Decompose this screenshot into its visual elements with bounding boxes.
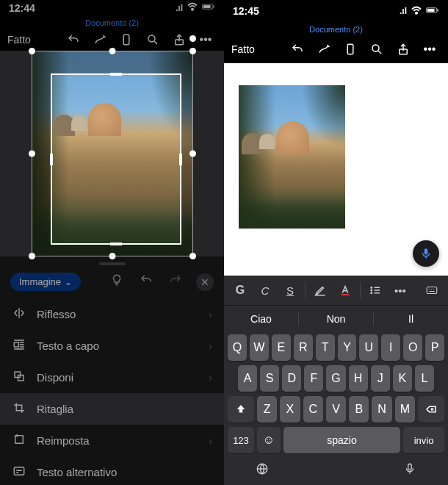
key-x[interactable]: X [280, 396, 300, 423]
doc-title[interactable]: Documento (2) [0, 15, 224, 29]
key-s[interactable]: S [260, 365, 279, 392]
key-n[interactable]: N [372, 396, 391, 423]
share-icon[interactable] [168, 29, 190, 51]
dictation-fab[interactable] [413, 240, 439, 267]
mic-icon[interactable] [403, 462, 416, 479]
globe-icon[interactable] [256, 462, 269, 479]
svg-rect-2 [213, 6, 214, 8]
svg-point-12 [416, 12, 417, 13]
draw-icon[interactable] [313, 38, 335, 60]
suggestion[interactable]: Non [299, 307, 373, 331]
keyboard-toggle-icon[interactable] [420, 279, 444, 301]
key-k[interactable]: K [393, 365, 412, 392]
key-f[interactable]: F [304, 365, 323, 392]
key-p[interactable]: P [425, 334, 444, 361]
mobile-icon[interactable] [115, 29, 137, 51]
svg-rect-11 [14, 467, 24, 475]
wifi-icon [410, 4, 423, 19]
suggestion[interactable]: Ciao [224, 307, 298, 331]
bold-button[interactable]: G [228, 279, 252, 301]
canvas[interactable] [224, 63, 448, 276]
key-g[interactable]: G [326, 365, 345, 392]
key-r[interactable]: R [294, 334, 313, 361]
key-b[interactable]: B [349, 396, 369, 423]
menu-alt-text[interactable]: Testo alternativo [0, 456, 224, 485]
lightbulb-icon[interactable] [108, 273, 126, 290]
key-e[interactable]: E [272, 334, 291, 361]
key-h[interactable]: H [349, 365, 368, 392]
key-j[interactable]: J [371, 365, 390, 392]
key-space[interactable]: spazio [283, 427, 400, 453]
undo-drawer-icon[interactable] [137, 273, 155, 290]
chevron-right-icon: › [209, 340, 212, 352]
svg-rect-14 [437, 9, 438, 11]
svg-rect-4 [123, 35, 129, 45]
done-button[interactable]: Fatto [7, 34, 31, 46]
key-l[interactable]: L [415, 365, 434, 392]
undo-icon[interactable] [286, 38, 308, 60]
key-o[interactable]: O [403, 334, 422, 361]
underline-button[interactable]: S [278, 279, 302, 301]
drawer-grabber[interactable] [99, 262, 126, 265]
key-m[interactable]: M [395, 396, 415, 423]
key-backspace[interactable] [418, 396, 444, 423]
done-button[interactable]: Fatto [231, 43, 255, 55]
italic-button[interactable]: C [253, 279, 277, 301]
close-drawer-icon[interactable]: ✕ [196, 273, 214, 291]
svg-rect-26 [408, 464, 412, 470]
key-y[interactable]: Y [338, 334, 357, 361]
battery-icon [202, 0, 215, 15]
status-bar: 12:44 .ıl [0, 0, 224, 15]
menu-reset[interactable]: Reimposta › [0, 425, 224, 456]
key-v[interactable]: V [326, 396, 346, 423]
suggestion[interactable]: Il [374, 307, 448, 331]
list-icon[interactable] [364, 279, 387, 301]
signal-icon: .ıl [176, 3, 183, 13]
menu-crop[interactable]: Ritaglia [0, 393, 224, 425]
crop-overlay[interactable] [51, 73, 181, 245]
key-w[interactable]: W [250, 334, 269, 361]
undo-icon[interactable] [62, 29, 84, 51]
menu-label: Reimposta [37, 434, 90, 447]
highlight-icon[interactable] [308, 279, 332, 301]
screen-right: 12:45 .ıl Documento (2) Fatto ••• G C S [224, 0, 448, 485]
draw-icon[interactable] [89, 29, 111, 51]
mobile-icon[interactable] [339, 38, 361, 60]
key-i[interactable]: I [381, 334, 400, 361]
svg-rect-24 [427, 287, 437, 294]
doc-title[interactable]: Documento (2) [224, 22, 448, 35]
signal-icon: .ıl [400, 6, 407, 16]
svg-rect-15 [427, 9, 435, 12]
battery-icon [426, 4, 439, 19]
key-a[interactable]: A [238, 365, 257, 392]
key-z[interactable]: Z [257, 396, 277, 423]
key-shift[interactable] [228, 396, 254, 423]
key-q[interactable]: Q [228, 334, 247, 361]
format-more-icon[interactable]: ••• [389, 279, 412, 301]
key-emoji[interactable]: ☺ [257, 427, 281, 453]
share-icon[interactable] [392, 38, 414, 60]
more-icon[interactable]: ••• [195, 29, 217, 51]
font-color-icon[interactable] [333, 279, 357, 301]
search-icon[interactable] [366, 38, 388, 60]
crop-icon [12, 401, 26, 417]
menu-reflect[interactable]: Riflesso › [0, 298, 224, 330]
status-time: 12:44 [9, 2, 35, 14]
key-c[interactable]: C [303, 396, 323, 423]
key-numeric[interactable]: 123 [228, 427, 254, 453]
key-t[interactable]: T [316, 334, 335, 361]
image-selected[interactable] [32, 51, 193, 256]
search-icon[interactable] [142, 29, 164, 51]
menu-label: Testo a capo [37, 340, 99, 352]
key-enter[interactable]: invio [403, 427, 444, 453]
canvas[interactable] [0, 51, 224, 256]
image-cropped[interactable] [239, 85, 345, 229]
more-icon[interactable]: ••• [419, 38, 441, 60]
key-d[interactable]: D [282, 365, 301, 392]
menu-arrange[interactable]: Disponi › [0, 362, 224, 393]
key-u[interactable]: U [359, 334, 378, 361]
wifi-icon [186, 0, 199, 15]
category-chip[interactable]: Immagine [10, 273, 81, 291]
status-bar: 12:45 .ıl [224, 0, 448, 22]
menu-wrap[interactable]: Testo a capo › [0, 330, 224, 362]
